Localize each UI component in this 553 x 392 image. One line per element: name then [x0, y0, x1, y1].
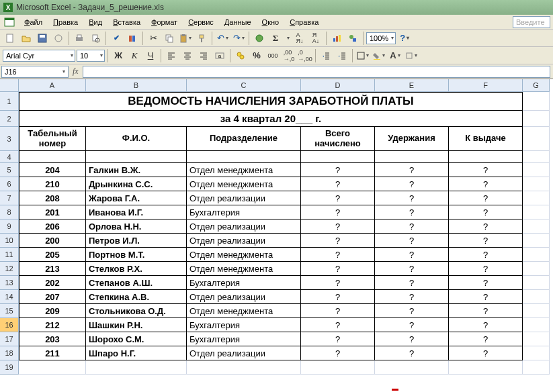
- table-cell-dept[interactable]: Отдел реализации: [187, 191, 301, 205]
- table-cell-num[interactable]: 205: [19, 248, 86, 262]
- row-header-11[interactable]: 11: [0, 248, 19, 262]
- row-header-6[interactable]: 6: [0, 177, 19, 191]
- decrease-indent-button[interactable]: [318, 48, 333, 63]
- bold-button[interactable]: Ж: [111, 48, 126, 63]
- italic-button[interactable]: K: [127, 48, 142, 63]
- row-header-1[interactable]: 1: [0, 92, 19, 111]
- empty-cell[interactable]: [19, 151, 86, 163]
- table-cell-num[interactable]: 200: [19, 234, 86, 248]
- row-header-5[interactable]: 5: [0, 163, 19, 177]
- menu-вставка[interactable]: Вставка: [108, 17, 146, 28]
- empty-cell[interactable]: [375, 151, 449, 163]
- table-cell-withheld[interactable]: ?: [375, 191, 449, 205]
- menu-вид[interactable]: Вид: [83, 17, 108, 28]
- table-cell-total[interactable]: ?: [301, 276, 375, 290]
- table-cell-fio[interactable]: Шпаро Н.Г.: [86, 346, 187, 360]
- cell[interactable]: [523, 92, 550, 111]
- table-cell-withheld[interactable]: ?: [375, 219, 449, 234]
- drawing-button[interactable]: [345, 31, 360, 46]
- column-header-D[interactable]: D: [301, 79, 375, 92]
- cell[interactable]: [523, 318, 550, 332]
- table-cell-dept[interactable]: Отдел реализации: [187, 219, 301, 234]
- table-cell-withheld[interactable]: ?: [375, 318, 449, 332]
- spelling-button[interactable]: ✔: [109, 31, 124, 46]
- cell-grid[interactable]: ВЕДОМОСТЬ НАЧИСЛЕНИЯ ЗАРАБОТНОЙ ПЛАТЫза …: [19, 92, 553, 375]
- menu-формат[interactable]: Формат: [146, 17, 183, 28]
- table-cell-withheld[interactable]: ?: [375, 346, 449, 360]
- empty-cell[interactable]: [523, 360, 550, 375]
- undo-button[interactable]: ↶: [215, 31, 230, 46]
- autosum-button[interactable]: Σ: [268, 31, 283, 46]
- print-button[interactable]: [72, 31, 87, 46]
- increase-decimal-button[interactable]: ,00→,0: [282, 48, 296, 63]
- row-header-14[interactable]: 14: [0, 290, 19, 304]
- help-button[interactable]: ?: [397, 31, 412, 46]
- table-cell-num[interactable]: 204: [19, 163, 86, 177]
- table-cell-num[interactable]: 210: [19, 177, 86, 191]
- table-cell-total[interactable]: ?: [301, 304, 375, 318]
- table-cell-total[interactable]: ?: [301, 346, 375, 360]
- table-cell-fio[interactable]: Жарова Г.А.: [86, 191, 187, 205]
- cell[interactable]: [523, 234, 550, 248]
- print-preview-button[interactable]: [88, 31, 103, 46]
- table-cell-dept[interactable]: Отдел реализации: [187, 346, 301, 360]
- cell[interactable]: [523, 332, 550, 346]
- table-header[interactable]: Всего начислено: [301, 127, 375, 151]
- table-header[interactable]: Подразделение: [187, 127, 301, 151]
- row-header-9[interactable]: 9: [0, 219, 19, 234]
- table-cell-withheld[interactable]: ?: [375, 262, 449, 276]
- table-cell-payout[interactable]: ?: [449, 290, 523, 304]
- table-cell-total[interactable]: ?: [301, 163, 375, 177]
- table-cell-fio[interactable]: Галкин В.Ж.: [86, 163, 187, 177]
- table-cell-fio[interactable]: Дрынкина С.С.: [86, 177, 187, 191]
- table-cell-payout[interactable]: ?: [449, 191, 523, 205]
- table-header[interactable]: Табельный номер: [19, 127, 86, 151]
- row-header-7[interactable]: 7: [0, 191, 19, 205]
- table-cell-withheld[interactable]: ?: [375, 248, 449, 262]
- cell[interactable]: [523, 276, 550, 290]
- redo-button[interactable]: ↷: [231, 31, 246, 46]
- table-cell-fio[interactable]: Портнов М.Т.: [86, 248, 187, 262]
- toolbar-options-button[interactable]: [404, 48, 419, 63]
- zoom-combo[interactable]: 100% ▾: [366, 32, 396, 44]
- table-cell-num[interactable]: 206: [19, 219, 86, 234]
- table-cell-dept[interactable]: Бухгалтерия: [187, 318, 301, 332]
- table-cell-total[interactable]: ?: [301, 177, 375, 191]
- empty-cell[interactable]: [187, 151, 301, 163]
- table-cell-num[interactable]: 209: [19, 304, 86, 318]
- table-cell-payout[interactable]: ?: [449, 219, 523, 234]
- column-header-G[interactable]: G: [523, 79, 550, 92]
- align-right-button[interactable]: [196, 48, 211, 63]
- table-cell-payout[interactable]: ?: [449, 332, 523, 346]
- cell[interactable]: [523, 346, 550, 360]
- row-header-19[interactable]: 19: [0, 360, 19, 375]
- empty-cell[interactable]: [86, 360, 187, 375]
- row-header-3[interactable]: 3: [0, 127, 19, 151]
- row-header-16[interactable]: 16: [0, 318, 19, 332]
- align-left-button[interactable]: [164, 48, 179, 63]
- table-cell-fio[interactable]: Иванова И.Г.: [86, 205, 187, 219]
- sort-asc-button[interactable]: АЯ↓: [292, 31, 307, 46]
- cell[interactable]: [523, 151, 550, 163]
- menu-окно[interactable]: Окно: [257, 17, 285, 28]
- table-cell-withheld[interactable]: ?: [375, 332, 449, 346]
- table-cell-fio[interactable]: Стольникова О.Д.: [86, 304, 187, 318]
- autosum-dropdown[interactable]: [284, 31, 291, 46]
- table-cell-total[interactable]: ?: [301, 234, 375, 248]
- table-cell-withheld[interactable]: ?: [375, 234, 449, 248]
- row-header-10[interactable]: 10: [0, 234, 19, 248]
- column-header-E[interactable]: E: [375, 79, 449, 92]
- menu-файл[interactable]: Файл: [19, 17, 48, 28]
- table-cell-num[interactable]: 208: [19, 191, 86, 205]
- currency-button[interactable]: [233, 48, 248, 63]
- empty-cell[interactable]: [449, 151, 523, 163]
- empty-cell[interactable]: [449, 360, 523, 375]
- column-header-B[interactable]: B: [86, 79, 187, 92]
- table-cell-payout[interactable]: ?: [449, 346, 523, 360]
- row-header-17[interactable]: 17: [0, 332, 19, 346]
- table-cell-num[interactable]: 201: [19, 205, 86, 219]
- cell[interactable]: [523, 205, 550, 219]
- table-cell-total[interactable]: ?: [301, 262, 375, 276]
- table-cell-fio[interactable]: Орлова Н.Н.: [86, 219, 187, 234]
- research-button[interactable]: [125, 31, 140, 46]
